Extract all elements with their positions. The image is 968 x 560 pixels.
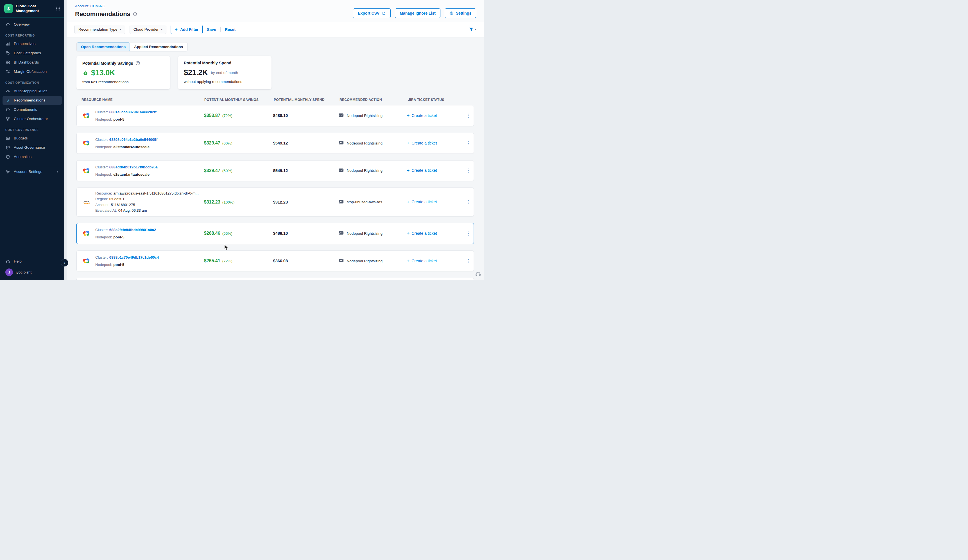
row-menu-button[interactable]: ⋮ xyxy=(463,199,474,205)
create-ticket-link[interactable]: +Create a ticket xyxy=(407,141,437,145)
sidebar-item-recommendations[interactable]: Recommendations xyxy=(3,96,62,105)
cluster-id-link[interactable]: 68898c064e3e2ba0e544005f xyxy=(109,138,157,142)
create-ticket-link[interactable]: +Create a ticket xyxy=(407,168,437,173)
sidebar-item-anomalies[interactable]: Anomalies xyxy=(3,152,62,161)
sidebar-item-bi-dashboards[interactable]: BI Dashboards xyxy=(3,58,62,67)
resource-label: Nodepool: xyxy=(95,172,112,177)
spend-qualifier: by end of month xyxy=(211,71,238,75)
table-row[interactable]: aws Resource:arn:aws:rds:us-east-1:51161… xyxy=(76,187,474,217)
table-row[interactable]: Cluster:688add6fb019b17f9bccb95a Nodepoo… xyxy=(76,160,474,181)
table-row[interactable]: Cluster:6888b1c70e49db17c1de60c4 Nodepoo… xyxy=(76,250,474,272)
savings-value: $329.47 xyxy=(204,168,220,173)
row-menu-button[interactable]: ⋮ xyxy=(463,167,474,174)
action-icon xyxy=(338,231,344,236)
kebab-icon: ⋮ xyxy=(463,257,473,265)
add-filter-button[interactable]: + Add Filter xyxy=(171,25,203,34)
create-ticket-link[interactable]: +Create a ticket xyxy=(407,200,437,204)
ccm-logo-icon: $ xyxy=(4,4,13,13)
recommendations-tabs: Open Recommendations Applied Recommendat… xyxy=(76,42,187,51)
tab-applied-recommendations[interactable]: Applied Recommendations xyxy=(130,43,187,51)
module-switcher-icon[interactable] xyxy=(56,6,60,11)
sidebar-item-label: Anomalies xyxy=(14,155,31,159)
create-ticket-link[interactable]: +Create a ticket xyxy=(407,258,437,263)
sidebar-item-account-settings[interactable]: Account Settings xyxy=(3,167,62,176)
sidebar-item-budgets[interactable]: Budgets xyxy=(3,134,62,143)
sidebar-item-cluster-orchestrator[interactable]: Cluster Orchestrator xyxy=(3,114,62,123)
reset-filter-link[interactable]: Reset xyxy=(225,27,235,32)
settings-button[interactable]: Settings xyxy=(445,8,476,18)
page-title: Recommendations xyxy=(75,10,131,18)
savings-from-prefix: from xyxy=(82,80,90,84)
row-menu-button[interactable]: ⋮ xyxy=(463,230,474,237)
sidebar-item-asset-governance[interactable]: $ Asset Governance xyxy=(3,143,62,152)
export-csv-button[interactable]: Export CSV xyxy=(353,8,391,18)
kebab-icon: ⋮ xyxy=(463,230,473,237)
gear-icon xyxy=(449,11,453,15)
sidebar-item-label: Margin Obfuscation xyxy=(14,70,46,74)
row-menu-button[interactable]: ⋮ xyxy=(463,140,474,146)
question-icon[interactable]: ? xyxy=(136,61,140,66)
create-ticket-link[interactable]: +Create a ticket xyxy=(407,113,437,118)
table-row-selected[interactable]: Cluster:688c2fefc84fbdc99801a0a2 Nodepoo… xyxy=(76,223,474,244)
resource-label: Account: xyxy=(95,203,109,207)
sidebar-nav: Overview COST REPORTING Perspectives Cos… xyxy=(0,17,65,255)
create-ticket-link[interactable]: +Create a ticket xyxy=(407,231,437,235)
sidebar-item-help[interactable]: Help xyxy=(3,257,62,266)
resource-label: Cluster: xyxy=(95,228,108,232)
manage-ignore-list-button[interactable]: Manage Ignore List xyxy=(395,8,441,18)
sidebar-item-autostopping-rules[interactable]: AutoStopping Rules xyxy=(3,86,62,96)
user-name: jyoti.bisht xyxy=(16,270,31,274)
info-icon[interactable] xyxy=(133,12,137,16)
dropdown-label: Cloud Provider xyxy=(134,27,159,31)
action-label: Nodepool Rightsizing xyxy=(346,231,383,235)
cluster-id-link[interactable]: 688add6fb019b17f9bccb95a xyxy=(109,165,157,169)
row-menu-button[interactable]: ⋮ xyxy=(463,258,474,264)
resource-value: arn:aws:rds:us-east-1:511616801275:db:zn… xyxy=(113,191,199,196)
save-filter-link[interactable]: Save xyxy=(207,27,216,32)
money-bag-icon: $ xyxy=(82,70,88,76)
sidebar-bottom: Help J jyoti.bisht xyxy=(0,255,65,280)
savings-value: $265.41 xyxy=(204,258,220,263)
cluster-id-link[interactable]: 688c2fefc84fbdc99801a0a2 xyxy=(109,228,156,232)
sidebar-item-perspectives[interactable]: Perspectives xyxy=(3,39,62,48)
resource-label: Resource: xyxy=(95,191,112,196)
resource-value: us-east-1 xyxy=(109,197,124,201)
dashboard-icon xyxy=(5,60,10,65)
sidebar-item-margin-obfuscation[interactable]: Margin Obfuscation xyxy=(3,67,62,76)
cluster-id-link[interactable]: 6881a3ccc887941a4ee202ff xyxy=(109,110,157,114)
table-row[interactable]: Cluster:68898c064e3e2ba0e544005f Nodepoo… xyxy=(76,133,474,154)
table-row[interactable]: Cluster:6886e92f59a48cad86b5b1c6 $244.05… xyxy=(76,278,474,280)
sidebar-item-label: Budgets xyxy=(14,136,28,140)
saved-filters-button[interactable]: ▾ xyxy=(469,27,476,32)
row-menu-button[interactable]: ⋮ xyxy=(463,113,474,119)
tab-open-recommendations[interactable]: Open Recommendations xyxy=(77,43,130,51)
table-row[interactable]: Cluster:6881a3ccc887941a4ee202ff Nodepoo… xyxy=(76,105,474,126)
sidebar-collapse-button[interactable]: ‹ xyxy=(61,259,68,267)
sidebar-item-commitments[interactable]: Commitments xyxy=(3,105,62,114)
plus-icon: + xyxy=(407,168,409,173)
help-widget-icon[interactable] xyxy=(475,270,481,278)
breadcrumb-account-link[interactable]: Account: CCM-NG xyxy=(75,4,105,8)
kebab-icon: ⋮ xyxy=(463,167,473,174)
potential-spend-card: Potential Monthly Spend $21.2K by end of… xyxy=(178,56,272,89)
cluster-id-link[interactable]: 6888b1c70e49db17c1de60c4 xyxy=(109,255,159,260)
user-menu[interactable]: J jyoti.bisht xyxy=(0,266,65,277)
resource-label: Cluster: xyxy=(95,138,108,142)
tag-icon xyxy=(5,51,10,55)
sidebar-item-cost-categories[interactable]: Cost Categories xyxy=(3,49,62,58)
spend-value: $312.23 xyxy=(273,200,339,204)
sidebar-item-label: Perspectives xyxy=(14,41,35,46)
home-icon xyxy=(5,22,10,27)
cloud-provider-dropdown[interactable]: Cloud Provider ▾ xyxy=(129,25,166,34)
resource-value: e2standar4autoscale xyxy=(113,145,149,149)
plus-icon: + xyxy=(175,27,177,32)
sidebar-item-overview[interactable]: Overview xyxy=(3,20,62,29)
spend-value: $488.10 xyxy=(273,113,339,118)
app-title-line1: Cloud Cost xyxy=(16,4,53,9)
recommendation-type-dropdown[interactable]: Recommendation Type ▾ xyxy=(75,25,125,34)
gcp-icon xyxy=(82,230,91,236)
page-header: Account: CCM-NG Recommendations Export C… xyxy=(66,0,484,22)
section-cost-governance: COST GOVERNANCE xyxy=(0,124,65,134)
resource-label: Cluster: xyxy=(95,110,108,114)
svg-text:$: $ xyxy=(85,72,86,75)
